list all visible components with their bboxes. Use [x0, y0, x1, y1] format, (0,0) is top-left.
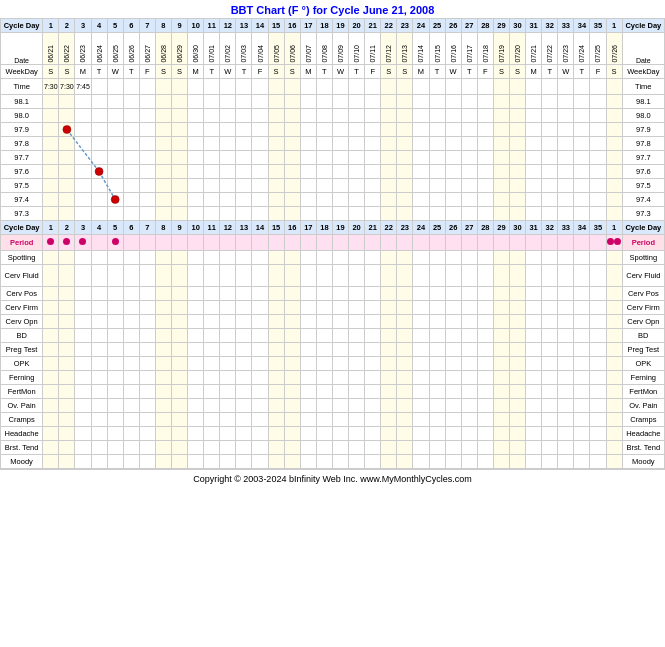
- table-cell: 5: [107, 19, 123, 33]
- table-cell: 34: [574, 221, 590, 235]
- table-cell: [139, 151, 155, 165]
- table-cell: [268, 235, 284, 251]
- table-cell: [139, 329, 155, 343]
- table-cell: [268, 301, 284, 315]
- table-cell: [75, 399, 91, 413]
- table-cell: 07/09: [332, 33, 348, 65]
- table-cell: [397, 95, 413, 109]
- table-cell: [59, 123, 75, 137]
- table-cell: [542, 455, 558, 469]
- table-cell: [477, 137, 493, 151]
- table-cell: [509, 287, 525, 301]
- table-cell: [365, 79, 381, 95]
- table-cell: 06/23: [75, 33, 91, 65]
- table-cell: [59, 193, 75, 207]
- table-cell: [236, 235, 252, 251]
- table-cell: [123, 441, 139, 455]
- row-label-left: Ferning: [1, 371, 43, 385]
- table-cell: [332, 265, 348, 287]
- table-cell: [204, 343, 220, 357]
- table-cell: 29: [493, 221, 509, 235]
- table-cell: 07/17: [461, 33, 477, 65]
- table-cell: [558, 165, 574, 179]
- table-cell: [574, 79, 590, 95]
- table-cell: [236, 151, 252, 165]
- table-cell: [445, 301, 461, 315]
- table-cell: [365, 301, 381, 315]
- table-cell: [107, 207, 123, 221]
- table-cell: [349, 287, 365, 301]
- table-cell: [558, 151, 574, 165]
- table-cell: [284, 287, 300, 301]
- row-label-right: Cerv Firm: [622, 301, 664, 315]
- table-cell: [332, 179, 348, 193]
- table-cell: [123, 151, 139, 165]
- table-cell: [509, 207, 525, 221]
- row-label-right: BD: [622, 329, 664, 343]
- table-cell: [316, 301, 332, 315]
- table-cell: [381, 329, 397, 343]
- table-cell: [43, 413, 59, 427]
- table-cell: [461, 137, 477, 151]
- table-cell: [445, 413, 461, 427]
- table-cell: [542, 371, 558, 385]
- table-cell: 07/20: [509, 33, 525, 65]
- table-cell: [139, 371, 155, 385]
- table-cell: T: [204, 65, 220, 79]
- table-cell: [590, 137, 606, 151]
- table-cell: [107, 371, 123, 385]
- table-cell: [300, 123, 316, 137]
- table-cell: [574, 287, 590, 301]
- row-label-right: Spotting: [622, 251, 664, 265]
- table-cell: [188, 427, 204, 441]
- table-cell: [542, 399, 558, 413]
- table-cell: [509, 329, 525, 343]
- table-cell: 24: [413, 19, 429, 33]
- row-label-right: Date: [622, 33, 664, 65]
- table-cell: [445, 385, 461, 399]
- table-cell: [590, 357, 606, 371]
- table-cell: [381, 193, 397, 207]
- table-cell: 33: [558, 221, 574, 235]
- table-cell: [509, 79, 525, 95]
- table-cell: [172, 371, 188, 385]
- table-cell: [268, 399, 284, 413]
- table-cell: [461, 251, 477, 265]
- table-cell: [220, 315, 236, 329]
- table-cell: [542, 427, 558, 441]
- table-cell: [526, 301, 542, 315]
- table-cell: [220, 287, 236, 301]
- table-cell: [59, 301, 75, 315]
- table-cell: [284, 137, 300, 151]
- table-cell: [252, 357, 268, 371]
- table-cell: [155, 109, 171, 123]
- row-label-right: 97.4: [622, 193, 664, 207]
- table-cell: [172, 287, 188, 301]
- table-cell: 06/28: [155, 33, 171, 65]
- table-cell: [284, 399, 300, 413]
- table-cell: [461, 343, 477, 357]
- table-cell: [542, 343, 558, 357]
- table-cell: [252, 427, 268, 441]
- table-cell: [381, 371, 397, 385]
- row-label-left: Cerv Opn: [1, 315, 43, 329]
- table-cell: [349, 441, 365, 455]
- table-cell: [155, 123, 171, 137]
- table-cell: [172, 329, 188, 343]
- table-cell: 31: [526, 19, 542, 33]
- table-cell: [155, 385, 171, 399]
- table-cell: 07/14: [413, 33, 429, 65]
- table-cell: [188, 165, 204, 179]
- table-cell: 18: [316, 19, 332, 33]
- table-cell: [606, 179, 622, 193]
- table-cell: [606, 165, 622, 179]
- table-cell: [349, 137, 365, 151]
- table-cell: 19: [332, 221, 348, 235]
- table-cell: [220, 95, 236, 109]
- table-cell: [526, 207, 542, 221]
- table-cell: [284, 235, 300, 251]
- table-cell: [252, 235, 268, 251]
- table-cell: [139, 207, 155, 221]
- table-cell: [59, 179, 75, 193]
- table-cell: 4: [91, 221, 107, 235]
